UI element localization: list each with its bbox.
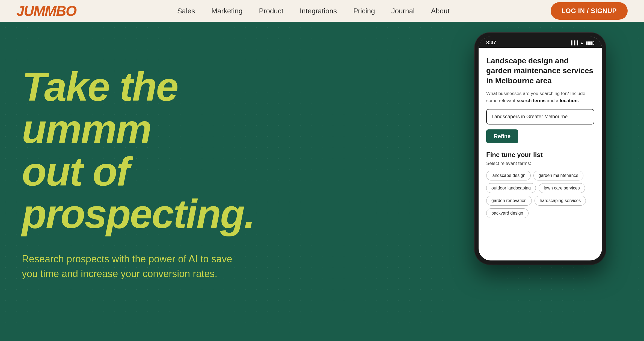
- hero-subtext: Research prospects with the power of AI …: [22, 252, 235, 281]
- nav-journal[interactable]: Journal: [391, 7, 414, 15]
- login-signup-button[interactable]: LOG IN / SIGNUP: [551, 2, 628, 20]
- nav-links: Sales Marketing Product Integrations Pri…: [177, 7, 449, 15]
- nav-sales[interactable]: Sales: [177, 7, 195, 15]
- refine-button[interactable]: Refine: [486, 129, 518, 143]
- phone-app-title: Landscape design and garden maintenance …: [486, 56, 594, 86]
- wifi-icon: ▲: [580, 40, 584, 45]
- navbar: JUMMBO Sales Marketing Product Integrati…: [0, 0, 644, 22]
- fine-tune-title: Fine tune your list: [486, 151, 594, 159]
- nav-marketing[interactable]: Marketing: [211, 7, 242, 15]
- fine-tune-subtitle: Select relevant terms:: [486, 161, 594, 166]
- hero-content: Take the ummm out of prospecting. Resear…: [22, 49, 268, 281]
- hero-heading: Take the ummm out of prospecting.: [22, 66, 268, 235]
- phone-description: What businesses are you searching for? I…: [486, 90, 594, 104]
- tag-landscape-design[interactable]: landscape design: [486, 171, 531, 180]
- phone-outer: 8:37 ▐▐▐ ▲ ▮▮▮▯ Landscape design and gar…: [475, 33, 606, 264]
- tag-garden-maintenance[interactable]: garden maintenance: [533, 171, 584, 180]
- battery-icon: ▮▮▮▯: [586, 40, 594, 45]
- phone-status-icons: ▐▐▐ ▲ ▮▮▮▯: [569, 40, 594, 45]
- phone-status-bar: 8:37 ▐▐▐ ▲ ▮▮▮▯: [479, 37, 602, 48]
- nav-integrations[interactable]: Integrations: [300, 7, 337, 15]
- tag-lawn-care-services[interactable]: lawn care services: [539, 183, 585, 193]
- phone-content: Landscape design and garden maintenance …: [479, 48, 602, 226]
- tag-backyard-design[interactable]: backyard design: [486, 208, 529, 218]
- nav-about[interactable]: About: [431, 7, 450, 15]
- search-input[interactable]: Landscapers in Greater Melbourne: [486, 109, 594, 124]
- phone-inner: 8:37 ▐▐▐ ▲ ▮▮▮▯ Landscape design and gar…: [479, 37, 602, 260]
- tag-garden-renovation[interactable]: garden renovation: [486, 196, 532, 206]
- phone-status-time: 8:37: [486, 40, 496, 46]
- phone-mockup: 8:37 ▐▐▐ ▲ ▮▮▮▯ Landscape design and gar…: [475, 33, 606, 264]
- nav-product[interactable]: Product: [259, 7, 283, 15]
- signal-icon: ▐▐▐: [569, 40, 578, 45]
- tag-hardscaping-services[interactable]: hardscaping services: [535, 196, 586, 206]
- tag-outdoor-landscaping[interactable]: outdoor landscaping: [486, 183, 536, 193]
- hero-section: Take the ummm out of prospecting. Resear…: [0, 22, 644, 341]
- logo[interactable]: JUMMBO: [16, 3, 76, 19]
- tags-container: landscape design garden maintenance outd…: [486, 171, 594, 218]
- nav-pricing[interactable]: Pricing: [353, 7, 375, 15]
